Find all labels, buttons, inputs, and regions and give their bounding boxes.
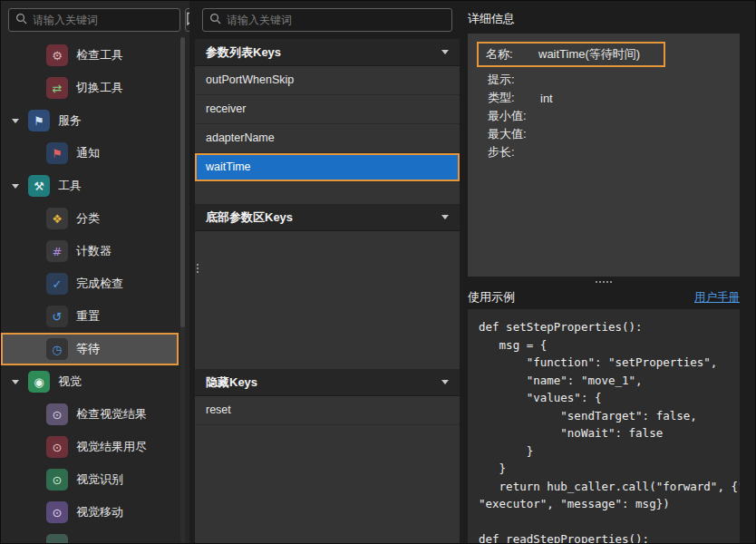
field-label: 类型: — [488, 90, 540, 106]
keys-search[interactable] — [202, 8, 452, 32]
sidebar-toolbar — [1, 1, 189, 32]
name-label: 名称: — [486, 46, 538, 63]
inspect-tool-icon: ⚙ — [46, 44, 68, 66]
sidebar-search-input[interactable] — [33, 14, 173, 26]
tree-item-label: 检查工具 — [76, 47, 123, 63]
chevron-down-icon[interactable] — [12, 184, 19, 189]
tree-item-check-vision-result[interactable]: ⊙检查视觉结果 — [1, 398, 189, 431]
tree-item-vision-result-exhausted[interactable]: ⊙视觉结果用尽 — [1, 431, 189, 463]
tree-item-reset-step[interactable]: ↺重置 — [1, 300, 189, 333]
check-vision-result-icon: ⊙ — [46, 403, 68, 425]
finish-check-icon: ✓ — [46, 273, 68, 295]
classify-icon: ❖ — [46, 208, 68, 229]
vision-icon: ◉ — [28, 371, 50, 393]
chevron-down-icon[interactable] — [12, 119, 19, 123]
toolbox-icon: ⚒ — [28, 175, 50, 197]
tree-item-inspect-tool[interactable]: ⚙检查工具 — [1, 39, 189, 72]
scrollbar-thumb[interactable] — [180, 37, 185, 327]
section-header-hidden-keys[interactable]: 隐藏Keys — [195, 369, 460, 396]
section-title: 隐藏Keys — [206, 374, 257, 391]
sections-container: 参数列表KeysoutPortWhenSkipreceiveradapterNa… — [195, 39, 460, 543]
tree-item-notify[interactable]: ⚑通知 — [1, 137, 189, 170]
tree-item-label: 视觉结果用尽 — [76, 439, 147, 455]
tree-item-label: 分类 — [76, 210, 100, 227]
node-tree: ⚙检查工具⇄切换工具⚑服务⚑通知⚒工具❖分类#计数器✓完成检查↺重置◷等待◉视觉… — [1, 39, 189, 543]
vision-recognition-icon: ⊙ — [46, 469, 68, 491]
chevron-down-icon[interactable] — [441, 380, 449, 384]
vision-move-icon: ⊙ — [46, 501, 68, 523]
tree-item-vision-recognition[interactable]: ⊙视觉识别 — [1, 463, 189, 496]
tree-item-label: 视觉识别 — [76, 471, 123, 488]
tree-item-wait[interactable]: ◷等待 — [1, 333, 179, 365]
section-title: 参数列表Keys — [206, 44, 281, 61]
field-label: 最大值: — [488, 126, 540, 142]
keys-search-input[interactable] — [227, 14, 445, 26]
code-block[interactable]: def setStepProperties(): msg = { "functi… — [468, 309, 740, 543]
section-header-bottom-param[interactable]: 底部参数区Keys — [195, 204, 460, 231]
example-header: 使用示例 用户手册 — [468, 286, 740, 309]
keys-toolbar — [195, 1, 460, 39]
left-sidebar: ⚙检查工具⇄切换工具⚑服务⚑通知⚒工具❖分类#计数器✓完成检查↺重置◷等待◉视觉… — [1, 1, 189, 543]
tree-item-service[interactable]: ⚑服务 — [1, 104, 189, 137]
details-panel: 详细信息 名称: waitTime(等待时间) 提示:类型:int最小值:最大值… — [460, 1, 755, 543]
chevron-down-icon[interactable] — [441, 215, 449, 219]
detail-field-hint: 提示: — [479, 71, 729, 89]
vertical-splitter-handle[interactable] — [197, 264, 199, 266]
sidebar-scrollbar[interactable] — [180, 37, 185, 543]
tree-item-counter[interactable]: #计数器 — [1, 235, 189, 267]
tree-item-label: 计数器 — [76, 243, 111, 259]
notify-icon: ⚑ — [46, 142, 68, 164]
section-header-param-list[interactable]: 参数列表Keys — [195, 39, 460, 66]
sidebar-search[interactable] — [8, 8, 180, 32]
tree-item-switch-tool[interactable]: ⇄切换工具 — [1, 72, 189, 104]
tree-item-label: 通知 — [76, 145, 100, 161]
tree-item-vision[interactable]: ◉视觉 — [1, 365, 189, 398]
tree-item-tools[interactable]: ⚒工具 — [1, 170, 189, 202]
list-item-reset[interactable]: reset — [195, 396, 460, 425]
list-item-adapterName[interactable]: adapterName — [195, 124, 460, 153]
name-field: 名称: waitTime(等待时间) — [477, 42, 665, 67]
bookmark-star-icon — [186, 12, 189, 28]
detail-field-max: 最大值: — [479, 125, 729, 143]
list-item-waitTime[interactable]: waitTime — [195, 153, 460, 182]
tree-item-label: 等待 — [76, 341, 100, 357]
list-item-receiver[interactable]: receiver — [195, 95, 460, 124]
field-value: int — [540, 92, 553, 105]
field-label: 提示: — [488, 72, 540, 88]
reset-icon: ↺ — [46, 306, 68, 327]
detail-fields: 提示:类型:int最小值:最大值:步长: — [479, 71, 729, 161]
detail-field-type: 类型:int — [479, 89, 729, 107]
example-title: 使用示例 — [468, 289, 515, 306]
section-list-bottom-param — [195, 231, 460, 369]
tree-item-label: 重置 — [76, 308, 100, 325]
field-label: 最小值: — [488, 108, 540, 124]
name-value: waitTime(等待时间) — [538, 46, 640, 63]
counter-icon: # — [46, 240, 68, 262]
section-list-hidden-keys: reset — [195, 396, 460, 543]
detail-field-step: 步长: — [479, 143, 729, 161]
vision-result-exhausted-icon: ⊙ — [46, 436, 68, 458]
section-title: 底部参数区Keys — [206, 209, 293, 226]
details-title: 详细信息 — [468, 11, 740, 29]
section-list-param-list: outPortWhenSkipreceiveradapterNamewaitTi… — [195, 66, 460, 204]
tree-item-label: 检查视觉结果 — [76, 406, 147, 423]
partial-node-icon — [46, 534, 68, 543]
favorite-button[interactable] — [185, 8, 189, 32]
search-icon — [209, 13, 221, 27]
list-item-outPortWhenSkip[interactable]: outPortWhenSkip — [195, 66, 460, 95]
switch-tool-icon: ⇄ — [46, 77, 68, 99]
tree-item-label: 视觉移动 — [76, 504, 123, 520]
detail-field-min: 最小值: — [479, 107, 729, 125]
user-manual-link[interactable]: 用户手册 — [694, 290, 740, 306]
tree-item-label: 视觉 — [58, 374, 82, 390]
tree-item-vision-move[interactable]: ⊙视觉移动 — [1, 496, 189, 529]
tree-item-classify[interactable]: ❖分类 — [1, 202, 189, 235]
keys-panel: 参数列表KeysoutPortWhenSkipreceiveradapterNa… — [195, 1, 460, 543]
tree-item-partial-item[interactable] — [1, 529, 189, 543]
horizontal-splitter-handle[interactable] — [596, 281, 597, 283]
app-window: ⚙检查工具⇄切换工具⚑服务⚑通知⚒工具❖分类#计数器✓完成检查↺重置◷等待◉视觉… — [0, 0, 756, 544]
tree-item-finish-check[interactable]: ✓完成检查 — [1, 267, 189, 300]
chevron-down-icon[interactable] — [441, 50, 449, 54]
chevron-down-icon[interactable] — [12, 380, 19, 384]
service-icon: ⚑ — [28, 110, 50, 131]
